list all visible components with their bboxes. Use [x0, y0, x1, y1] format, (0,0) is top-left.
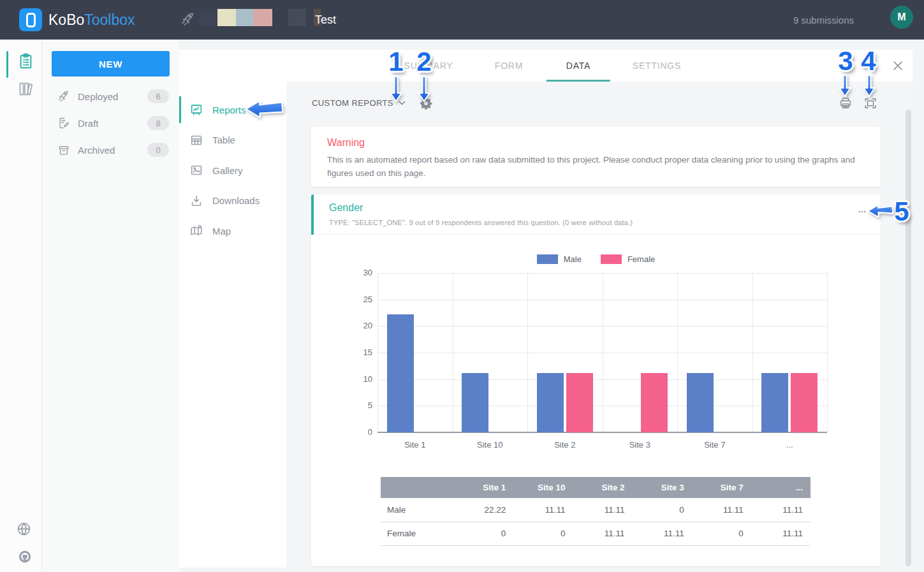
tab-form[interactable]: FORM — [495, 50, 523, 82]
brand-kobo: KoBo — [48, 11, 84, 29]
nav-item-label: Downloads — [212, 195, 260, 206]
v-gridline — [752, 273, 753, 432]
project-title: Test — [315, 0, 336, 40]
question-title: Gender — [329, 202, 363, 214]
warning-text: This is an automated report based on raw… — [327, 154, 865, 180]
scrollbar-thumb[interactable] — [906, 110, 911, 566]
tab-data[interactable]: DATA — [566, 50, 590, 82]
cell-value: 11.11 — [751, 522, 810, 545]
chevron-down-icon — [397, 98, 407, 108]
bar-male-site2 — [537, 373, 564, 432]
nav-item-downloads[interactable]: Downloads — [179, 186, 286, 216]
archive-icon — [57, 143, 70, 156]
x-axis-line — [378, 432, 827, 433]
accent-bar — [311, 194, 314, 235]
table-row: Female0011.1111.11011.11 — [381, 522, 810, 545]
cell-value: 22.22 — [454, 498, 513, 522]
results-table: Site 1Site 10Site 2Site 3Site 7...Male22… — [381, 477, 810, 546]
count-badge: 6 — [147, 89, 169, 103]
more-options-icon[interactable] — [856, 207, 868, 216]
brand-toolbox: Toolbox — [84, 11, 135, 29]
left-rail — [0, 40, 42, 572]
nav-item-table[interactable]: Table — [179, 125, 286, 156]
x-tick-label: Site 2 — [554, 440, 575, 450]
nav-item-label: Reports — [212, 105, 246, 115]
download-icon — [189, 194, 203, 208]
count-badge: 8 — [147, 116, 169, 130]
redacted-block — [288, 9, 306, 26]
sidebar-item-archived[interactable]: Archived0 — [42, 136, 179, 163]
nav-item-reports[interactable]: Reports — [179, 94, 286, 125]
github-icon[interactable] — [18, 550, 32, 564]
close-icon[interactable] — [891, 59, 904, 72]
cell-value: 11.11 — [513, 498, 573, 522]
bar-female- — [791, 373, 818, 432]
cell-value: 11.11 — [751, 498, 810, 522]
redacted-block — [217, 9, 236, 26]
y-tick-label: 25 — [344, 295, 372, 304]
y-tick-label: 15 — [344, 348, 372, 357]
user-avatar[interactable]: M — [890, 6, 913, 29]
bar-male-site10 — [462, 373, 488, 432]
sidebar-item-deployed[interactable]: Deployed6 — [42, 83, 179, 110]
nav-item-map[interactable]: Map — [179, 216, 286, 246]
logo-icon — [26, 13, 36, 27]
cell-value: 11.11 — [573, 522, 632, 545]
x-tick-label: Site 3 — [629, 440, 650, 450]
column-header: Site 2 — [573, 477, 632, 498]
y-tick-label: 10 — [344, 374, 372, 384]
v-gridline — [677, 273, 678, 432]
v-gridline — [527, 273, 528, 432]
sidebar-item-draft[interactable]: Draft8 — [42, 110, 179, 136]
redacted-block — [253, 9, 272, 26]
y-tick-label: 20 — [344, 321, 372, 330]
globe-icon[interactable] — [16, 521, 32, 537]
column-header: Site 10 — [513, 477, 573, 498]
custom-reports-label: CUSTOM REPORTS — [312, 98, 393, 108]
bar-chart — [378, 273, 827, 432]
projects-clipboard-icon[interactable] — [17, 52, 34, 70]
cell-value: 0 — [454, 522, 513, 545]
data-view-sidebar: ReportsTableGalleryDownloadsMap — [179, 82, 286, 568]
bar-male- — [761, 373, 788, 432]
legend-item-female: Female — [601, 254, 655, 264]
new-button[interactable]: NEW — [52, 51, 170, 77]
report-settings-gear-icon[interactable] — [419, 96, 433, 110]
top-bar: KoBoToolbox Test 9 submissions M — [0, 0, 924, 40]
chart-legend: MaleFemale — [311, 254, 881, 264]
custom-reports-dropdown[interactable]: CUSTOM REPORTS — [312, 96, 407, 109]
rocket-icon — [57, 90, 70, 103]
nav-item-gallery[interactable]: Gallery — [179, 155, 286, 186]
column-header: Site 1 — [454, 477, 513, 498]
expand-icon[interactable] — [863, 96, 877, 110]
x-tick-label: Site 10 — [477, 440, 502, 450]
cell-value: 11.11 — [573, 498, 632, 522]
app-root: KoBoToolbox Test 9 submissions M NEW Dep… — [0, 0, 924, 572]
question-header: Gender TYPE: "SELECT_ONE". 9 out of 9 re… — [311, 194, 881, 235]
bar-female-site2 — [566, 373, 593, 432]
v-gridline — [453, 273, 453, 432]
redacted-block — [199, 9, 217, 26]
gallery-icon — [189, 163, 203, 177]
v-gridline — [827, 273, 828, 432]
question-report-card: Gender TYPE: "SELECT_ONE". 9 out of 9 re… — [311, 194, 881, 566]
legend-item-male: Male — [537, 254, 582, 264]
print-icon[interactable] — [839, 96, 853, 110]
deployed-rocket-icon — [180, 11, 196, 27]
y-tick-label: 30 — [344, 268, 372, 277]
column-header: ... — [751, 477, 810, 498]
y-tick-label: 0 — [344, 427, 372, 437]
kobotoolbox-logo[interactable] — [19, 8, 42, 31]
bar-male-site1 — [387, 314, 414, 432]
tab-summary[interactable]: SUMMARY — [404, 50, 453, 82]
cell-value: 0 — [692, 522, 751, 545]
tab-settings[interactable]: SETTINGS — [633, 50, 681, 82]
nav-item-label: Map — [212, 226, 231, 237]
sidebar-item-label: Deployed — [78, 91, 118, 102]
sidebar-item-label: Draft — [78, 118, 99, 129]
x-tick-label: Site 7 — [704, 440, 725, 450]
cell-value: 11.11 — [633, 522, 692, 545]
sidebar-item-label: Archived — [78, 145, 115, 156]
library-icon[interactable] — [17, 80, 34, 98]
column-header — [381, 477, 454, 498]
